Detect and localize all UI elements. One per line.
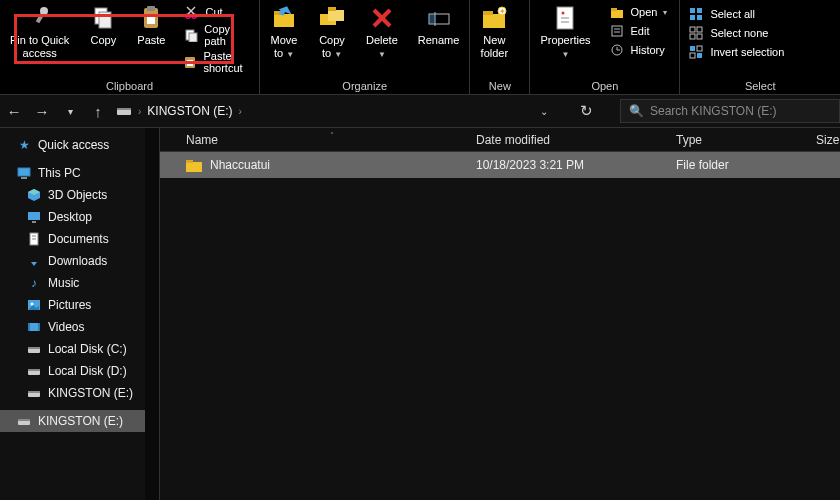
column-header-size[interactable]: Size (816, 133, 840, 147)
copy-to-button[interactable]: Copy to ▼ (308, 2, 356, 61)
file-date: 10/18/2023 3:21 PM (476, 158, 676, 172)
sidebar-item-documents[interactable]: Documents (0, 228, 159, 250)
svg-rect-6 (147, 14, 155, 24)
svg-rect-58 (32, 221, 36, 223)
move-to-button[interactable]: Move to ▼ (260, 2, 308, 61)
svg-rect-24 (429, 14, 435, 24)
file-name: Nhaccuatui (210, 158, 270, 172)
ribbon-group-clipboard: Pin to Quick access Copy Paste Cut Copy … (0, 0, 260, 94)
chevron-right-icon[interactable]: › (238, 106, 241, 117)
properties-button[interactable]: Properties▼ (530, 2, 600, 61)
select-none-button[interactable]: Select none (688, 25, 784, 41)
invert-selection-button[interactable]: Invert selection (688, 44, 784, 60)
svg-point-63 (31, 303, 34, 306)
pin-icon (26, 4, 54, 32)
nav-up-button[interactable]: ↑ (84, 97, 112, 125)
sidebar-item-local-disk-d[interactable]: Local Disk (D:) (0, 360, 159, 382)
open-button[interactable]: Open ▾ (609, 4, 668, 20)
svg-rect-56 (21, 177, 27, 179)
sidebar-item-pictures[interactable]: Pictures (0, 294, 159, 316)
sidebar-item-label: Local Disk (D:) (48, 364, 127, 378)
sidebar-item-label: KINGSTON (E:) (48, 386, 133, 400)
cut-button[interactable]: Cut (183, 4, 251, 20)
search-input[interactable]: 🔍 Search KINGSTON (E:) (620, 99, 840, 123)
sidebar-item-label: Videos (48, 320, 84, 334)
sidebar-item-downloads[interactable]: Downloads (0, 250, 159, 272)
ribbon-label-select: Select (680, 80, 840, 92)
history-icon (609, 42, 625, 58)
sidebar-item-local-disk-c[interactable]: Local Disk (C:) (0, 338, 159, 360)
paste-icon (137, 4, 165, 32)
delete-x-icon (368, 4, 396, 32)
edit-button[interactable]: Edit (609, 23, 668, 39)
downloads-icon (26, 253, 42, 269)
ribbon-label-organize: Organize (260, 80, 469, 92)
sidebar-item-label: KINGSTON (E:) (38, 414, 123, 428)
select-all-button[interactable]: Select all (688, 6, 784, 22)
move-to-icon (270, 4, 298, 32)
sidebar-item-videos[interactable]: Videos (0, 316, 159, 338)
ribbon-group-organize: Move to ▼ Copy to ▼ Delete▼ Rename Organ… (260, 0, 470, 94)
address-dropdown-button[interactable]: ⌄ (530, 97, 558, 125)
breadcrumb-drive[interactable]: KINGSTON (E:) (147, 104, 232, 118)
sidebar-item-3d-objects[interactable]: 3D Objects (0, 184, 159, 206)
svg-rect-75 (186, 162, 202, 172)
sidebar-item-desktop[interactable]: Desktop (0, 206, 159, 228)
rename-icon (425, 4, 453, 32)
ribbon: Pin to Quick access Copy Paste Cut Copy … (0, 0, 840, 94)
svg-text:✦: ✦ (499, 7, 506, 16)
sidebar-item-label: 3D Objects (48, 188, 107, 202)
copy-button[interactable]: Copy (79, 2, 127, 47)
chevron-right-icon[interactable]: › (138, 106, 141, 117)
search-icon: 🔍 (629, 104, 644, 118)
refresh-button[interactable]: ↻ (572, 97, 600, 125)
svg-point-8 (192, 14, 196, 18)
nav-forward-button[interactable]: → (28, 97, 56, 125)
sidebar-quick-access[interactable]: ★ Quick access (0, 134, 159, 156)
sidebar-item-kingston-e[interactable]: KINGSTON (E:) (0, 382, 159, 404)
sidebar-item-label: Music (48, 276, 79, 290)
column-header-date[interactable]: Date modified (476, 133, 676, 147)
history-button[interactable]: History (609, 42, 668, 58)
svg-rect-45 (690, 27, 695, 32)
folder-icon (186, 159, 202, 172)
select-none-icon (688, 25, 704, 41)
svg-rect-47 (690, 34, 695, 39)
delete-button[interactable]: Delete▼ (356, 2, 408, 61)
copy-path-icon (183, 27, 198, 43)
paste-shortcut-button[interactable]: Paste shortcut (183, 50, 251, 74)
sidebar-item-music[interactable]: ♪ Music (0, 272, 159, 294)
new-folder-button[interactable]: ✦ New folder (470, 2, 518, 60)
paste-button[interactable]: Paste (127, 2, 175, 47)
file-row[interactable]: Nhaccuatui 10/18/2023 3:21 PM File folde… (160, 152, 840, 178)
column-header-type[interactable]: Type (676, 133, 816, 147)
sidebar-scrollbar[interactable] (145, 128, 159, 500)
documents-icon (26, 231, 42, 247)
videos-icon (26, 319, 42, 335)
sort-indicator-icon: ˄ (330, 131, 334, 140)
svg-rect-72 (28, 391, 40, 393)
svg-rect-43 (690, 15, 695, 20)
svg-rect-14 (187, 60, 193, 66)
svg-rect-70 (28, 369, 40, 371)
file-type: File folder (676, 158, 816, 172)
new-folder-icon: ✦ (480, 4, 508, 32)
copy-path-button[interactable]: Copy path (183, 23, 251, 47)
svg-rect-35 (612, 26, 622, 36)
sidebar-item-kingston-e-root[interactable]: KINGSTON (E:) (0, 410, 159, 432)
breadcrumb[interactable]: › KINGSTON (E:) › (112, 103, 530, 119)
svg-rect-68 (28, 347, 40, 349)
sidebar-this-pc[interactable]: This PC (0, 162, 159, 184)
svg-rect-54 (117, 108, 131, 110)
sidebar: ★ Quick access This PC 3D Objects Deskto… (0, 128, 160, 500)
rename-button[interactable]: Rename (408, 2, 470, 47)
properties-icon (551, 4, 579, 32)
drive-icon (26, 341, 42, 357)
ribbon-group-new: ✦ New folder New (470, 0, 530, 94)
pin-to-quick-access-button[interactable]: Pin to Quick access (0, 2, 79, 60)
copy-icon (89, 4, 117, 32)
pictures-icon (26, 297, 42, 313)
nav-recent-button[interactable]: ▾ (56, 97, 84, 125)
nav-back-button[interactable]: ← (0, 97, 28, 125)
ribbon-group-open: Properties▼ Open ▾ Edit History Open (530, 0, 680, 94)
